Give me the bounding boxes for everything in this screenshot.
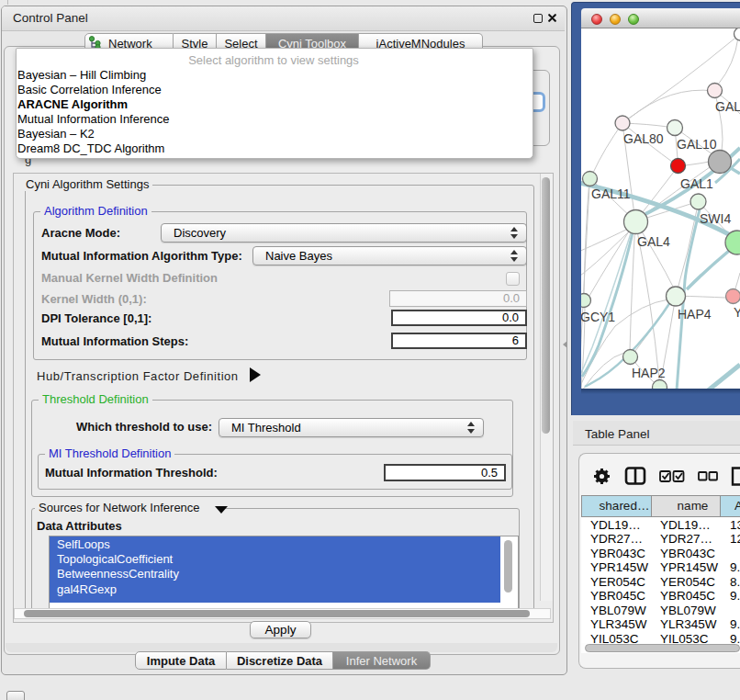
svg-text:GAL11: GAL11 [591, 186, 631, 201]
svg-text:GAL1: GAL1 [680, 176, 713, 191]
svg-text:HAP2: HAP2 [632, 366, 666, 380]
svg-text:GAL4: GAL4 [637, 234, 670, 249]
svg-text:Y: Y [734, 305, 740, 320]
svg-text:GAL: GAL [715, 99, 740, 114]
svg-text:SWI4: SWI4 [700, 211, 731, 226]
svg-text:GAL80: GAL80 [623, 131, 664, 146]
svg-text:HAP4: HAP4 [678, 307, 712, 322]
svg-text:GCY1: GCY1 [581, 310, 615, 324]
svg-text:GAL10: GAL10 [677, 137, 717, 152]
